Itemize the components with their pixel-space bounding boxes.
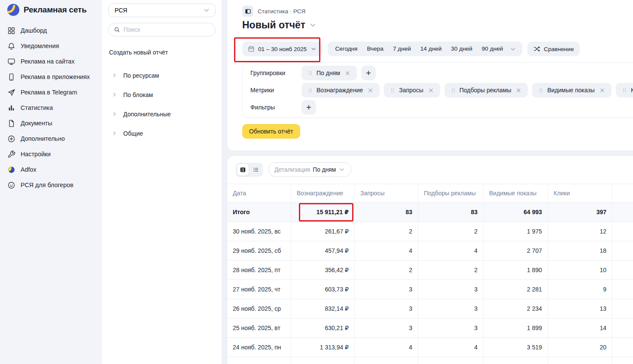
close-icon[interactable]: [367, 87, 374, 94]
date-preset-4[interactable]: 30 дней: [446, 42, 477, 56]
date-range-picker[interactable]: 01 – 30 нояб 2025: [242, 42, 323, 56]
create-report-label[interactable]: Создать новый отчёт: [109, 49, 215, 56]
column-header-clicks[interactable]: Клики: [548, 184, 612, 203]
add-grouping-button[interactable]: [361, 66, 376, 80]
drag-handle-icon[interactable]: [450, 88, 456, 93]
sidebar-item-extra[interactable]: Дополнительно: [0, 131, 102, 146]
list-view-button[interactable]: [250, 164, 262, 176]
chip-label: Запросы: [399, 87, 423, 94]
drag-handle-icon[interactable]: [538, 88, 544, 93]
smiley-icon: [7, 181, 15, 189]
table-row-0[interactable]: 30 нояб. 2025, вс261,67 ₽221 97512: [227, 222, 633, 241]
panel-toggle-iconbox: [242, 6, 253, 17]
table-row-4[interactable]: 26 нояб. 2025, ср832,14 ₽332 23413: [227, 299, 633, 318]
metric-chip-3[interactable]: Видимые показы: [532, 83, 611, 97]
close-icon[interactable]: [599, 87, 606, 94]
add-filter-button[interactable]: [301, 100, 316, 115]
date-controls: 01 – 30 нояб 2025 СегодняВчера7 дней14 д…: [242, 42, 633, 56]
network-logo-icon: [7, 3, 20, 16]
cell-reward: 261,67 ₽: [291, 222, 355, 241]
cell-reward: 832,14 ₽: [291, 299, 355, 318]
sidebar-item-ads-in-apps[interactable]: Реклама в приложениях: [0, 69, 102, 85]
column-header-reward[interactable]: Вознаграждение: [291, 184, 355, 203]
paper-plane-icon: [7, 88, 15, 97]
metric-chip-1[interactable]: Запросы: [384, 83, 440, 97]
filters-label: Фильтры: [250, 104, 301, 111]
cell-reward: 457,94 ₽: [291, 241, 355, 261]
drag-handle-icon[interactable]: [307, 88, 313, 93]
account-select[interactable]: РСЯ: [108, 3, 216, 17]
update-report-button[interactable]: Обновить отчёт: [242, 124, 300, 139]
cell-date: 24 нояб. 2025, пн: [227, 338, 291, 357]
metric-chip-2[interactable]: Подборы рекламы: [444, 83, 528, 97]
adfox-icon: [7, 166, 15, 174]
grouping-chip-0[interactable]: По дням: [301, 66, 357, 80]
table-view-button[interactable]: [237, 164, 249, 176]
metric-chip-0[interactable]: Вознаграждение: [301, 83, 380, 97]
sidebar-item-ads-in-telegram[interactable]: Реклама в Telegram: [0, 85, 102, 100]
date-preset-2[interactable]: 7 дней: [388, 42, 416, 56]
column-header-selections[interactable]: Подборы рекламы: [418, 184, 484, 203]
cell-reward: 1 313,94 ₽: [291, 338, 355, 357]
sidebar-item-rsya-bloggers[interactable]: РСЯ для блогеров: [0, 177, 102, 193]
cell-date: 26 нояб. 2025, ср: [227, 299, 291, 318]
cell-requests: 3: [355, 318, 418, 338]
cell-clicks: 10: [548, 261, 612, 280]
tree-item-2[interactable]: Дополнительные: [108, 104, 216, 124]
column-header-date[interactable]: Дата: [227, 184, 291, 203]
sidebar-item-adfox[interactable]: Adfox: [0, 162, 102, 177]
date-preset-5[interactable]: 90 дней: [477, 42, 508, 56]
chevron-right-icon: [111, 111, 118, 117]
search-box[interactable]: [108, 23, 216, 36]
close-icon[interactable]: [344, 70, 351, 76]
table-row-1[interactable]: 29 нояб. 2025, сб457,94 ₽442 70718: [227, 241, 633, 261]
table-row-5[interactable]: 25 нояб. 2025, вт630,21 ₽331 89914: [227, 318, 633, 338]
bell-icon: [7, 42, 15, 50]
table-row-6[interactable]: 24 нояб. 2025, пн1 313,94 ₽443 51920: [227, 338, 633, 357]
cell-clicks: 12: [548, 222, 612, 241]
breadcrumb[interactable]: Статистика · РСЯ: [242, 6, 633, 17]
tree-item-1[interactable]: По блокам: [108, 85, 216, 104]
sidebar-item-settings[interactable]: Настройки: [0, 146, 102, 162]
sidebar-item-notifications[interactable]: Уведомления: [0, 38, 102, 54]
app-title: Рекламная сеть: [24, 5, 87, 15]
sidebar-item-label: РСЯ для блогеров: [21, 182, 73, 188]
column-header-requests[interactable]: Запросы: [355, 184, 418, 203]
tree-item-3[interactable]: Общие: [108, 124, 216, 143]
metric-chip-4[interactable]: Клики: [616, 83, 633, 97]
compare-button[interactable]: Сравнение: [527, 42, 580, 56]
close-icon[interactable]: [515, 87, 522, 94]
sidebar-item-dashboard[interactable]: Дашборд: [0, 23, 102, 38]
sidebar-item-label: Дашборд: [21, 27, 47, 34]
close-icon[interactable]: [428, 87, 434, 94]
app-logo[interactable]: Рекламная сеть: [0, 0, 102, 16]
date-preset-0[interactable]: Сегодня: [330, 42, 362, 56]
chevron-down-icon[interactable]: [509, 46, 517, 53]
report-title-row[interactable]: Новый отчёт: [242, 19, 633, 31]
table-row-2[interactable]: 28 нояб. 2025, пт356,42 ₽221 89010: [227, 261, 633, 280]
table-row-3[interactable]: 27 нояб. 2025, чт603,73 ₽332 2819: [227, 280, 633, 299]
sidebar-item-ads-on-sites[interactable]: Реклама на сайтах: [0, 54, 102, 69]
cell-empty: [612, 299, 633, 318]
sidebar-item-statistics[interactable]: Статистика: [0, 100, 102, 115]
date-preset-3[interactable]: 14 дней: [416, 42, 447, 56]
detail-select[interactable]: Детализация По дням: [268, 162, 351, 177]
drag-handle-icon[interactable]: [622, 88, 627, 93]
breadcrumb-text: Статистика · РСЯ: [258, 8, 305, 15]
tree-item-0[interactable]: По ресурсам: [108, 66, 216, 85]
grid-icon: [7, 27, 15, 35]
cell-clicks: 13: [548, 299, 612, 318]
cell-selections: 2: [418, 222, 484, 241]
cell-selections: 3: [418, 299, 484, 318]
search-input[interactable]: [123, 26, 210, 33]
cell-impressions: 2 281: [484, 280, 548, 299]
compare-label: Сравнение: [544, 46, 574, 52]
date-preset-1[interactable]: Вчера: [362, 42, 388, 56]
sidebar-item-documents[interactable]: Документы: [0, 115, 102, 131]
drag-handle-icon[interactable]: [307, 70, 313, 76]
column-header-impressions[interactable]: Видимые показы: [484, 184, 548, 203]
table-total-row[interactable]: Итого15 911,21 ₽838364 993397: [227, 203, 633, 222]
chip-label: Видимые показы: [547, 87, 594, 94]
drag-handle-icon[interactable]: [390, 88, 396, 93]
table-row-partial: [227, 357, 633, 364]
